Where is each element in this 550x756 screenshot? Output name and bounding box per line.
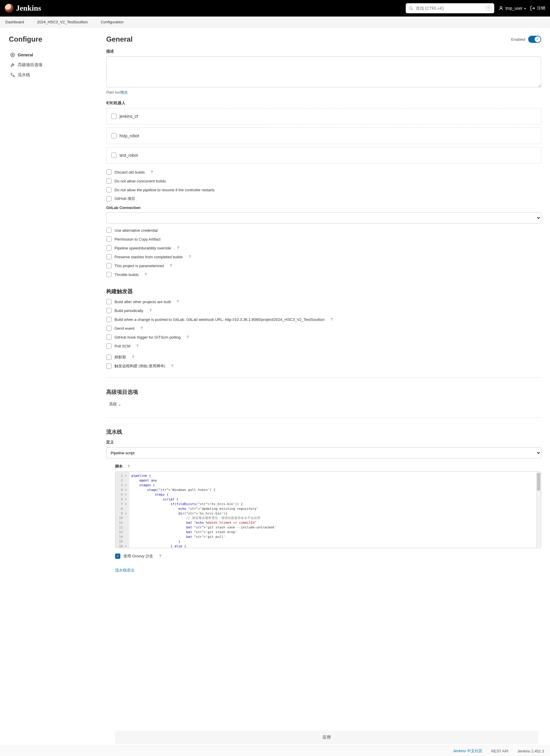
help-icon[interactable]: ? (170, 364, 175, 368)
help-icon[interactable]: ? (158, 554, 163, 559)
sidebar-item-advanced[interactable]: 高级项目选项 (9, 60, 94, 70)
scrollbar-thumb[interactable] (537, 473, 540, 491)
option-checkbox[interactable] (106, 272, 112, 277)
sidebar-item-label: General (18, 53, 33, 57)
topbar: Jenkins ? tmp_user ▾ 注销 (0, 0, 550, 17)
checkbox-row: Preserve stashes from completed builds? (106, 254, 541, 259)
option-label: GitHub hook trigger for GITScm polling (115, 335, 181, 339)
groovy-sandbox-checkbox[interactable]: ✓ (115, 553, 120, 559)
option-label: Throttle builds (115, 272, 139, 277)
help-icon[interactable]: ? (148, 308, 153, 313)
breadcrumb-configuration[interactable]: Configuration (101, 20, 123, 24)
help-icon[interactable]: ? (135, 344, 140, 348)
option-checkbox[interactable] (106, 355, 112, 360)
help-icon[interactable]: ? (187, 254, 192, 259)
preview-link[interactable]: 预览 (121, 90, 128, 94)
code-body[interactable]: pipeline { agent any stages { stage("str… (129, 472, 536, 548)
pipeline-syntax-link[interactable]: 流水线语法 (115, 568, 134, 573)
help-icon[interactable]: ? (176, 299, 180, 304)
user-menu[interactable]: tmp_user ▾ (498, 6, 526, 11)
option-checkbox[interactable] (106, 363, 112, 369)
option-checkbox[interactable] (106, 343, 112, 349)
robot-checkbox[interactable] (111, 114, 117, 119)
user-icon (498, 6, 504, 11)
option-checkbox[interactable] (106, 178, 112, 184)
help-icon[interactable]: ? (131, 355, 136, 360)
wrench-icon (10, 62, 15, 68)
page-title: Configure (9, 35, 94, 43)
checkbox-row: This project is parameterized? (106, 263, 541, 268)
search-input[interactable] (416, 6, 484, 11)
sidebar-item-pipeline[interactable]: 流水线 (9, 70, 94, 80)
option-label: Do not allow concurrent builds (115, 179, 166, 183)
robot-name: hstp_robot (120, 133, 139, 138)
checkbox-row: Permission to Copy Artifact (106, 236, 541, 242)
checkbox-row: 静默期? (106, 355, 541, 360)
section-title-pipeline: 流水线 (106, 428, 541, 435)
help-icon[interactable]: ? (143, 272, 148, 277)
option-checkbox[interactable] (106, 228, 112, 233)
checkbox-row: GitHub hook trigger for GITScm polling? (106, 334, 541, 340)
script-label: 脚本 (115, 464, 123, 469)
logout-label: 注销 (537, 6, 545, 11)
enabled-toggle[interactable] (528, 36, 541, 43)
help-icon[interactable]: ? (329, 317, 334, 322)
enabled-label: Enabled (511, 37, 525, 42)
help-icon[interactable]: ? (185, 335, 190, 339)
option-label: This project is parameterized (115, 264, 164, 268)
chevron-down-icon: ▾ (524, 7, 526, 10)
option-checkbox[interactable] (106, 169, 112, 175)
help-icon[interactable]: ? (139, 326, 144, 331)
pipeline-def-label: 定义 (106, 440, 541, 445)
help-icon[interactable]: ? (150, 170, 154, 174)
sidebar-item-general[interactable]: General (9, 50, 94, 60)
help-icon[interactable]: ? (126, 464, 131, 469)
search-help-icon[interactable]: ? (486, 6, 491, 11)
option-checkbox[interactable] (106, 317, 112, 322)
robot-checkbox[interactable] (111, 153, 117, 158)
help-icon[interactable]: ? (169, 263, 173, 268)
svg-point-4 (12, 54, 13, 55)
help-icon[interactable]: ? (176, 246, 181, 250)
robot-label: 钉钉机器人 (106, 100, 541, 106)
gitlab-connection-select[interactable] (106, 212, 541, 223)
checkbox-row: Do not allow concurrent builds (106, 178, 541, 184)
global-search[interactable]: ? (406, 3, 494, 13)
robot-checkbox[interactable] (111, 133, 117, 138)
logout-link[interactable]: 注销 (530, 6, 545, 11)
sidebar-item-label: 流水线 (18, 72, 30, 78)
robot-name: test_robot (120, 153, 138, 158)
scrollbar[interactable] (536, 472, 541, 548)
checkbox-row: Build periodically? (106, 308, 541, 313)
option-checkbox[interactable] (106, 196, 112, 201)
plaintext-prefix: Plain text (106, 90, 121, 94)
option-checkbox[interactable] (106, 236, 112, 242)
section-title-advanced: 高级项目选项 (106, 388, 541, 396)
breadcrumb-dashboard[interactable]: Dashboard (5, 20, 24, 24)
groovy-sandbox-label: 使用 Groovy 沙盒 (123, 553, 153, 559)
breadcrumb-project[interactable]: 2024_HSC3_V2_TestSoultion (37, 20, 88, 24)
option-checkbox[interactable] (106, 334, 112, 340)
option-checkbox[interactable] (106, 299, 112, 304)
description-textarea[interactable] (106, 56, 541, 87)
pipeline-script-editor[interactable]: 1 ▾ 2 3 ▾ 4 ▾ 5 ▾ 6 ▾ 7 ▾ 8 9 ▾ 10 11 12… (115, 471, 541, 548)
option-checkbox[interactable] (106, 263, 112, 268)
gear-icon (10, 52, 15, 58)
checkbox-row: Gerrit event? (106, 326, 541, 331)
option-checkbox[interactable] (106, 326, 112, 331)
checkbox-row: Build after other projects are built? (106, 299, 541, 304)
option-label: 静默期 (115, 355, 126, 360)
jenkins-logo-icon (5, 4, 14, 13)
jenkins-logo-link[interactable]: Jenkins (5, 4, 41, 13)
advanced-button[interactable]: 高级 ⌄ (106, 400, 124, 409)
option-checkbox[interactable] (106, 308, 112, 313)
robot-row: test_robot (106, 147, 541, 164)
option-checkbox[interactable] (106, 187, 112, 192)
checkbox-row: 触发远程构建 (例如,使用脚本)? (106, 363, 541, 369)
pipeline-definition-select[interactable]: Pipeline script (106, 447, 541, 458)
option-checkbox[interactable] (106, 245, 112, 251)
option-checkbox[interactable] (106, 254, 112, 259)
option-label: Use alternative credential (115, 228, 158, 233)
gitlab-connection-label: GitLab Connection (106, 205, 541, 210)
checkbox-row: Poll SCM? (106, 343, 541, 349)
